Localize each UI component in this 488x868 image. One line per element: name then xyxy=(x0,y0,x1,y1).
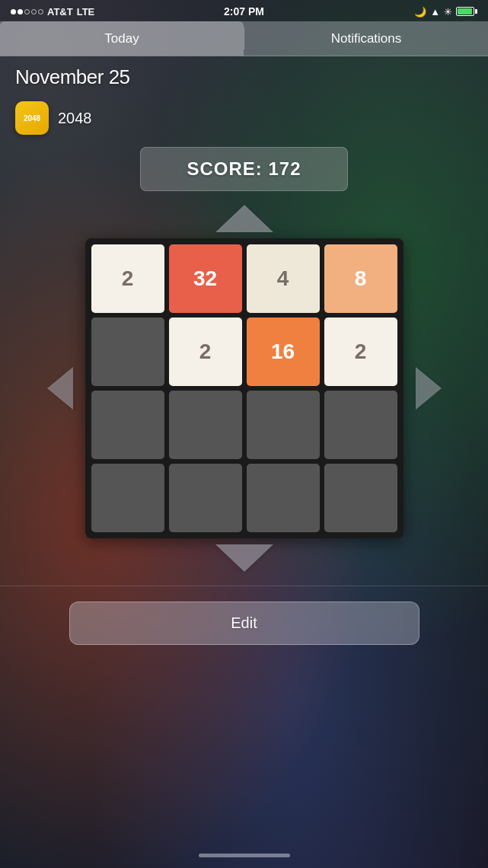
location-icon: ▲ xyxy=(430,6,440,18)
tab-today[interactable]: Today xyxy=(0,21,244,56)
home-indicator xyxy=(199,854,290,857)
tab-notifications-label: Notifications xyxy=(331,31,402,46)
cell-r1-c0 xyxy=(91,318,164,386)
dot-3 xyxy=(24,9,30,14)
cell-r1-c3: 2 xyxy=(324,318,397,386)
dot-2 xyxy=(18,9,23,14)
game-widget: SCORE: 172 232482162 xyxy=(0,147,488,572)
cell-r1-c2: 16 xyxy=(247,318,320,386)
arrow-left-button[interactable] xyxy=(47,367,73,410)
score-box: SCORE: 172 xyxy=(140,147,347,191)
date-header: November 25 xyxy=(0,56,488,95)
edit-button[interactable]: Edit xyxy=(69,602,419,645)
arrow-down-button[interactable] xyxy=(215,544,273,572)
tab-notifications[interactable]: Notifications xyxy=(244,21,488,56)
app-icon: 2048 xyxy=(15,101,49,135)
cell-r2-c0 xyxy=(91,391,164,459)
app-name-label: 2048 xyxy=(58,110,92,127)
score-text: SCORE: 172 xyxy=(187,158,301,179)
dot-4 xyxy=(31,9,37,14)
cell-r0-c1: 32 xyxy=(169,244,242,313)
cell-r2-c2 xyxy=(247,391,320,459)
cell-r0-c2: 4 xyxy=(247,244,320,313)
cell-r3-c2 xyxy=(247,464,320,532)
cell-r3-c1 xyxy=(169,464,242,532)
app-section: 2048 2048 xyxy=(0,95,488,141)
app-icon-text: 2048 xyxy=(24,114,40,123)
arrow-right-button[interactable] xyxy=(416,367,442,410)
status-bar: AT&T LTE 2:07 PM 🌙 ▲ ✳ xyxy=(0,0,488,21)
cell-r1-c1: 2 xyxy=(169,318,242,386)
battery-fill xyxy=(458,8,472,14)
battery-tip xyxy=(475,9,477,14)
home-bar xyxy=(199,854,290,857)
signal-dots xyxy=(11,9,43,14)
dot-1 xyxy=(11,9,16,14)
bluetooth-icon: ✳ xyxy=(444,6,452,18)
status-left: AT&T LTE xyxy=(11,6,94,18)
time-display: 2:07 PM xyxy=(224,5,264,18)
game-board: 232482162 xyxy=(85,238,403,538)
edit-section: Edit xyxy=(0,586,488,660)
battery xyxy=(456,7,477,16)
game-row: 232482162 xyxy=(47,238,442,538)
dot-5 xyxy=(38,9,43,14)
status-right: 🌙 ▲ ✳ xyxy=(414,6,477,18)
cell-r2-c3 xyxy=(324,391,397,459)
cell-r0-c0: 2 xyxy=(91,244,164,313)
moon-icon: 🌙 xyxy=(414,6,426,18)
cell-r3-c3 xyxy=(324,464,397,532)
tab-bar: Today Notifications xyxy=(0,21,488,56)
battery-body xyxy=(456,7,474,16)
cell-r2-c1 xyxy=(169,391,242,459)
arrow-up-button[interactable] xyxy=(215,205,273,232)
cell-r3-c0 xyxy=(91,464,164,532)
network-label: LTE xyxy=(77,6,95,18)
carrier-label: AT&T xyxy=(47,6,73,18)
cell-r0-c3: 8 xyxy=(324,244,397,313)
tab-today-label: Today xyxy=(104,31,139,46)
